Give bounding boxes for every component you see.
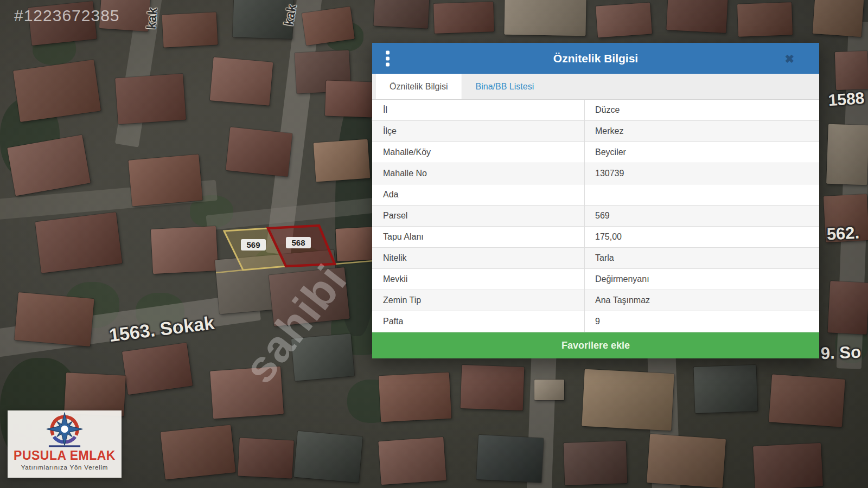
street-label: kak — [144, 7, 161, 30]
map-building — [694, 365, 758, 413]
map-building — [226, 127, 292, 177]
map-building — [14, 292, 94, 346]
map-building — [647, 434, 726, 488]
row-value: 9 — [585, 311, 819, 332]
table-row: İlDüzce — [372, 100, 819, 121]
table-row: Zemin TipAna Taşınmaz — [372, 290, 819, 311]
row-label: Tapu Alanı — [372, 227, 585, 247]
row-label: Mevkii — [372, 269, 585, 290]
table-row: Mahalle No130739 — [372, 163, 819, 184]
row-value: Merkez — [585, 121, 819, 142]
map-building — [115, 74, 186, 125]
row-label: Ada — [372, 184, 585, 205]
map-building — [813, 0, 864, 37]
satellite-map-view: 569568 kakkak1563. Sokak1588562.9. So #1… — [0, 0, 868, 488]
compass-icon — [39, 412, 91, 448]
table-row: Parsel569 — [372, 206, 819, 227]
tab-bina-bb-listesi[interactable]: Bina/BB Listesi — [462, 74, 548, 99]
map-building — [161, 425, 235, 479]
kebab-menu-icon[interactable] — [386, 50, 390, 66]
map-building — [302, 7, 354, 46]
row-label: Mahalle/Köy — [372, 142, 585, 163]
parcel-number: 569 — [246, 240, 260, 249]
row-label: İlçe — [372, 121, 585, 142]
dialog-header: Öznitelik Bilgisi ✖ — [372, 43, 819, 74]
agency-logo-card: PUSULA EMLAK Yatırımlarınıza Yön Verelim — [8, 410, 122, 478]
row-value: 130739 — [585, 163, 819, 184]
row-value: Değirmenyanı — [585, 269, 819, 290]
attribute-table: İlDüzceİlçeMerkezMahalle/KöyBeycilerMaha… — [372, 100, 819, 332]
attribute-dialog: Öznitelik Bilgisi ✖ Öznitelik BilgisiBin… — [372, 43, 819, 358]
table-row: Mahalle/KöyBeyciler — [372, 142, 819, 163]
map-building — [433, 2, 494, 34]
row-label: Pafta — [372, 311, 585, 332]
map-building — [122, 343, 193, 395]
map-building — [314, 139, 371, 182]
map-building — [582, 369, 674, 431]
map-building — [476, 435, 544, 483]
map-building — [534, 380, 564, 400]
map-building — [373, 0, 429, 29]
map-building — [210, 57, 273, 105]
map-building — [379, 373, 451, 422]
table-row: Ada — [372, 184, 819, 206]
map-building — [737, 2, 793, 36]
map-building — [162, 12, 218, 47]
table-row: İlçeMerkez — [372, 121, 819, 142]
map-building — [238, 438, 294, 478]
map-building — [596, 3, 652, 38]
row-label: İl — [372, 100, 585, 120]
agency-name: PUSULA EMLAK — [14, 448, 116, 463]
map-building — [378, 437, 446, 485]
row-value: Tarla — [585, 248, 819, 268]
table-row: MevkiiDeğirmenyanı — [372, 269, 819, 290]
row-value: Beyciler — [585, 142, 819, 163]
map-building — [151, 226, 218, 274]
map-building — [129, 154, 203, 206]
street-label: 1588 — [828, 89, 865, 110]
map-building — [828, 281, 868, 335]
close-icon[interactable]: ✖ — [784, 53, 794, 64]
map-building — [64, 373, 126, 416]
row-value: 569 — [585, 206, 819, 226]
dialog-title: Öznitelik Bilgisi — [553, 52, 638, 65]
street-label: 9. So — [820, 343, 861, 364]
row-value — [585, 184, 819, 205]
map-building — [325, 80, 375, 117]
agency-tagline: Yatırımlarınıza Yön Verelim — [21, 464, 108, 471]
map-building — [769, 374, 845, 427]
map-building — [504, 0, 586, 36]
map-building — [666, 0, 727, 33]
map-building — [564, 441, 628, 485]
tab-oznitelik-bilgisi[interactable]: Öznitelik Bilgisi — [376, 74, 462, 99]
add-to-favorites-button[interactable]: Favorilere ekle — [372, 332, 819, 358]
map-building — [753, 443, 823, 488]
map-building — [835, 51, 868, 90]
tab-bar: Öznitelik BilgisiBina/BB Listesi — [372, 74, 819, 100]
street-label: 562. — [826, 223, 860, 244]
row-label: Parsel — [372, 206, 585, 226]
map-building — [35, 212, 122, 273]
row-value: 175,00 — [585, 227, 819, 247]
row-label: Nitelik — [372, 248, 585, 268]
row-value: Ana Taşınmaz — [585, 290, 819, 311]
map-building — [826, 124, 868, 185]
map-building — [13, 60, 101, 122]
table-row: Pafta9 — [372, 311, 819, 332]
row-label: Mahalle No — [372, 163, 585, 184]
listing-id: #1223672385 — [14, 7, 120, 25]
map-building — [294, 431, 363, 483]
table-row: Tapu Alanı175,00 — [372, 227, 819, 248]
map-building — [461, 365, 525, 410]
row-value: Düzce — [585, 100, 819, 120]
row-label: Zemin Tip — [372, 290, 585, 311]
table-row: NitelikTarla — [372, 248, 819, 269]
